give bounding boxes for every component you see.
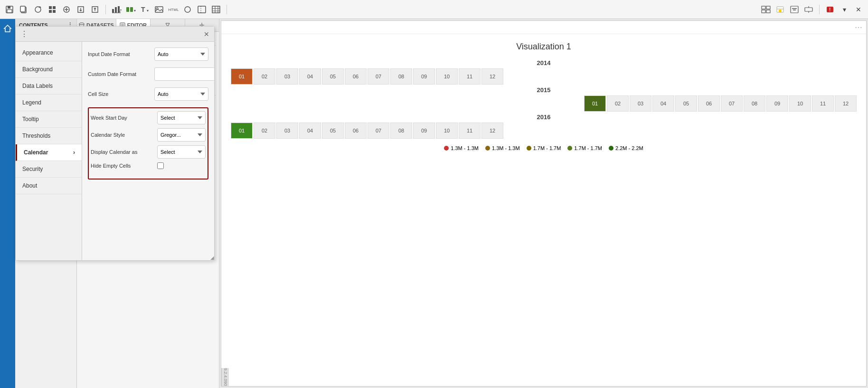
nav-about[interactable]: About	[16, 178, 82, 194]
svg-point-31	[185, 7, 190, 12]
nav-background[interactable]: Background	[16, 61, 82, 78]
blue-strip	[0, 19, 15, 388]
viz-expand-icon[interactable]: ⋯	[855, 23, 862, 32]
close-toolbar[interactable]: ✕	[853, 4, 864, 15]
highlight-icon[interactable]	[774, 4, 786, 15]
year-2015-label: 2015	[231, 86, 857, 94]
cell-2016-01: 01	[231, 123, 253, 139]
dashboard-icon[interactable]	[47, 4, 58, 15]
svg-rect-38	[762, 6, 765, 9]
svg-point-44	[779, 9, 782, 12]
legend-item-5: 2.2M - 2.2M	[609, 145, 643, 151]
cell-2016-08: 08	[390, 123, 412, 139]
svg-text:▾: ▾	[120, 9, 122, 11]
legend-label-1: 1.3M - 1.3M	[451, 145, 479, 151]
cell-size-select[interactable]: Auto Small Medium Large	[154, 87, 208, 101]
input-date-format-row: Input Date Format Auto Custom DD/MM/YYYY…	[88, 47, 208, 61]
cell-2015-12: 12	[835, 95, 857, 112]
nav-legend[interactable]: Legend	[16, 95, 82, 111]
calendar-style-label: Calendar Style	[91, 132, 157, 138]
svg-rect-7	[53, 6, 56, 9]
home-icon[interactable]	[2, 23, 13, 34]
svg-rect-48	[805, 8, 812, 11]
cell-2014-07: 07	[368, 68, 389, 85]
arrange-icon[interactable]	[803, 4, 814, 15]
overlay-resize-handle[interactable]: ◢	[208, 255, 214, 260]
refresh-icon[interactable]	[32, 4, 44, 15]
cell-2016-04: 04	[299, 123, 321, 139]
export-icon[interactable]	[75, 4, 86, 15]
legend-item-3: 1.7M - 1.7M	[527, 145, 561, 151]
nav-legend-label: Legend	[22, 99, 41, 106]
nav-security[interactable]: Security	[16, 161, 82, 178]
custom-date-format-input[interactable]	[154, 67, 214, 81]
svg-rect-20	[115, 7, 117, 13]
save-icon[interactable]	[4, 4, 15, 15]
cell-2014-01: 01	[231, 68, 253, 85]
legend-label-4: 1.7M - 1.7M	[574, 145, 602, 151]
week-start-day-select[interactable]: Select Sunday Monday	[157, 111, 206, 124]
cell-2015-06: 06	[698, 95, 720, 112]
cell-2014-04: 04	[299, 68, 321, 85]
nav-thresholds[interactable]: Thresholds	[16, 128, 82, 144]
svg-rect-2	[7, 9, 12, 13]
display-calendar-row: Display Calendar as Select Month Week Ye…	[91, 145, 206, 159]
overlay-dots-icon[interactable]: ⋮	[20, 29, 28, 38]
filter-layout-icon[interactable]	[789, 4, 800, 15]
legend-label-2: 1.3M - 1.3M	[492, 145, 520, 151]
legend-item-1: 1.3M - 1.3M	[444, 145, 479, 151]
chevron-down-toolbar[interactable]: ▾	[839, 4, 850, 15]
nav-appearance[interactable]: Appearance	[16, 45, 82, 61]
svg-marker-53	[4, 25, 11, 32]
nav-calendar-label: Calendar	[24, 149, 48, 156]
hide-empty-cells-checkbox[interactable]	[157, 162, 164, 169]
html-icon[interactable]: HTML	[168, 4, 179, 15]
svg-rect-32	[198, 6, 206, 13]
input-date-format-select[interactable]: Auto Custom DD/MM/YYYY MM/DD/YYYY	[154, 47, 208, 61]
copy-layout-icon[interactable]	[760, 4, 772, 15]
chart-type-icon[interactable]: ▾	[111, 4, 122, 15]
custom-date-format-label: Custom Date Format	[88, 71, 154, 77]
container-icon[interactable]	[196, 4, 208, 15]
cell-2014-08: 08	[390, 68, 412, 85]
cell-2014-02: 02	[254, 68, 275, 85]
svg-rect-33	[212, 6, 220, 13]
cell-2015-01: 01	[584, 95, 606, 112]
settings-nav: Appearance Background Data Labels Legend…	[16, 42, 82, 260]
overlay-header: ⋮ ✕	[16, 27, 214, 42]
cell-2014-09: 09	[413, 68, 435, 85]
image-icon[interactable]	[153, 4, 165, 15]
calendar-2014: 01 02 03 04 05 06 07 08 09 10 11 12	[231, 68, 857, 85]
legend-dot-4	[567, 146, 572, 151]
input-date-format-label: Input Date Format	[88, 51, 154, 57]
cell-2015-10: 10	[789, 95, 811, 112]
overlay-close-button[interactable]: ✕	[204, 30, 209, 38]
cell-2015-08: 08	[744, 95, 765, 112]
svg-rect-9	[53, 10, 56, 13]
add-view-icon[interactable]	[61, 4, 72, 15]
display-calendar-select[interactable]: Select Month Week Year	[157, 145, 206, 159]
svg-rect-4	[20, 6, 25, 12]
svg-rect-39	[766, 6, 770, 9]
cell-2014-05: 05	[322, 68, 344, 85]
legend-label-3: 1.7M - 1.7M	[533, 145, 561, 151]
legend-dot-3	[527, 146, 531, 151]
color-icon[interactable]: ▾	[125, 4, 136, 15]
calendar-style-select[interactable]: Gregor... ISO	[157, 128, 206, 142]
cell-2015-03: 03	[630, 95, 651, 112]
cell-2016-06: 06	[345, 123, 367, 139]
text-icon[interactable]: T▾	[139, 4, 151, 15]
overlay-content: Appearance Background Data Labels Legend…	[16, 42, 214, 260]
red-icon[interactable]: !	[824, 4, 836, 15]
cell-2015-09: 09	[766, 95, 788, 112]
cell-2015-11: 11	[812, 95, 834, 112]
calendar-2016: 01 02 03 04 05 06 07 08 09 10 11 12	[231, 123, 857, 139]
year-2016-container: 2016 01 02 03 04 05 06 07 08 09 10 11 12	[231, 114, 857, 139]
nav-tooltip[interactable]: Tooltip	[16, 111, 82, 128]
nav-calendar[interactable]: Calendar ›	[16, 144, 82, 161]
shape-icon[interactable]	[182, 4, 193, 15]
import-icon[interactable]	[89, 4, 101, 15]
grid-icon[interactable]	[210, 4, 222, 15]
nav-data-labels[interactable]: Data Labels	[16, 78, 82, 95]
copy-icon[interactable]	[18, 4, 29, 15]
